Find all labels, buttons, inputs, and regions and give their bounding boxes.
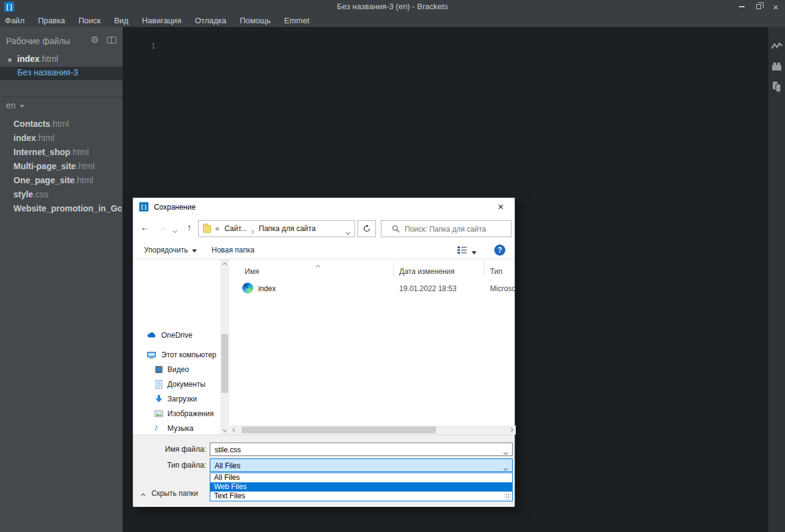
file-name-input[interactable]: stile.css <box>210 443 513 456</box>
project-file[interactable]: Contacts.html <box>13 119 121 133</box>
breadcrumb-root[interactable]: Сайт... <box>224 224 247 233</box>
restore-button[interactable] <box>749 0 768 13</box>
up-icon[interactable]: ↑ <box>187 222 192 232</box>
split-view-icon[interactable] <box>107 37 117 44</box>
scrollbar-thumb[interactable] <box>242 427 436 433</box>
tree-item-pictures[interactable]: Изображения <box>133 406 220 421</box>
option-all-files[interactable]: All Files <box>210 473 512 482</box>
minimize-icon <box>739 6 745 7</box>
onedrive-icon <box>147 330 156 340</box>
menubar: Файл Правка Поиск Вид Навигация Отладка … <box>0 13 785 27</box>
address-dropdown-icon[interactable] <box>347 227 350 236</box>
tree-item-music[interactable]: ♪ Музыка <box>133 421 220 436</box>
organize-button[interactable]: Упорядочить <box>144 246 197 254</box>
line-number: 1 <box>151 41 156 50</box>
tree-item-downloads[interactable]: Загрузки <box>133 392 220 406</box>
project-dropdown[interactable]: en <box>6 101 25 110</box>
brackets-logo-icon: [] <box>139 202 148 211</box>
documents-icon <box>154 379 164 389</box>
project-file[interactable]: Website_promotion_in_Google.html <box>13 203 121 218</box>
unsaved-dot-icon <box>8 58 12 62</box>
scroll-left-icon[interactable] <box>230 425 239 435</box>
menu-view[interactable]: Вид <box>107 16 136 25</box>
working-file-untitled[interactable]: Без названия-3 <box>0 67 123 80</box>
project-file[interactable]: index.html <box>13 133 121 147</box>
option-text-files[interactable]: Text Files <box>210 492 512 501</box>
menu-navigate[interactable]: Навигация <box>135 16 188 25</box>
scroll-right-icon[interactable] <box>507 425 516 435</box>
column-header-name[interactable]: Имя <box>245 267 259 276</box>
tree-item-documents[interactable]: Документы <box>133 377 220 392</box>
brackets-titlebar: [] Без названия-3 (en) - Brackets × <box>0 0 785 13</box>
view-mode-button[interactable] <box>457 246 467 256</box>
file-type-dropdown: All Files Web Files Text Files <box>210 473 513 501</box>
view-mode-chevron-icon[interactable] <box>472 248 477 256</box>
music-icon: ♪ <box>154 422 164 432</box>
project-file[interactable]: One_page_site.html <box>13 175 121 189</box>
new-folder-button[interactable]: Новая папка <box>212 246 255 254</box>
videos-icon <box>154 365 164 374</box>
working-files-header: Рабочие файлы <box>6 36 70 46</box>
menu-find[interactable]: Поиск <box>72 16 107 25</box>
refresh-icon <box>362 224 371 233</box>
gear-icon[interactable]: ⚙ <box>91 34 99 45</box>
sidebar-divider <box>0 96 123 97</box>
extension-manager-icon[interactable] <box>771 61 783 71</box>
live-preview-icon[interactable] <box>771 42 783 51</box>
file-name-cell[interactable]: index <box>258 284 276 293</box>
project-file[interactable]: style.css <box>13 189 121 203</box>
hide-folders-button[interactable]: Скрыть папки <box>151 489 198 498</box>
working-file-index[interactable]: index.html <box>0 53 123 67</box>
history-chevron-icon[interactable] <box>174 224 177 234</box>
this-pc-icon <box>147 350 156 360</box>
menu-file[interactable]: Файл <box>5 16 31 25</box>
menu-edit[interactable]: Правка <box>31 16 72 25</box>
dialog-close-button[interactable]: × <box>487 198 515 216</box>
column-separator[interactable] <box>484 262 484 275</box>
chevron-down-icon[interactable] <box>504 447 507 456</box>
forward-icon: → <box>158 222 167 232</box>
close-button[interactable]: × <box>767 0 785 13</box>
help-icon[interactable] <box>494 245 505 256</box>
menu-help[interactable]: Помощь <box>233 16 277 25</box>
breadcrumb-overflow[interactable]: « <box>215 224 220 233</box>
resize-grip-icon[interactable] <box>505 493 511 500</box>
scrollbar-thumb[interactable] <box>221 334 228 393</box>
back-icon[interactable]: ← <box>140 222 150 232</box>
search-input[interactable]: Поиск: Папка для сайта <box>381 220 511 237</box>
refresh-button[interactable] <box>358 220 376 237</box>
tree-item-this-pc[interactable]: Этот компьютер <box>133 348 220 362</box>
search-icon <box>392 225 400 233</box>
file-type-cell[interactable]: Microso <box>490 284 516 293</box>
edge-file-icon <box>242 283 253 294</box>
horizontal-scrollbar[interactable] <box>230 425 516 435</box>
snippets-extension-icon[interactable] <box>771 81 783 93</box>
project-file[interactable]: Multi-page_site.html <box>13 161 121 175</box>
folder-icon <box>203 225 211 233</box>
minimize-button[interactable] <box>732 0 751 13</box>
dialog-body: OneDrive Этот компьютер Видео Документы … <box>133 259 515 435</box>
column-header-date[interactable]: Дата изменения <box>399 267 454 276</box>
search-placeholder: Поиск: Папка для сайта <box>405 225 486 234</box>
file-type-combo[interactable]: All Files <box>210 458 513 472</box>
window-title: Без названия-3 (en) - Brackets <box>0 2 785 11</box>
column-separator[interactable] <box>393 262 394 275</box>
menu-debug[interactable]: Отладка <box>188 16 233 25</box>
option-web-files[interactable]: Web Files <box>210 482 512 492</box>
file-date-cell[interactable]: 19.01.2022 18:53 <box>399 284 456 293</box>
tree-item-onedrive[interactable]: OneDrive <box>133 328 220 343</box>
breadcrumb-current[interactable]: Папка для сайта <box>259 224 316 233</box>
pictures-icon <box>154 409 164 419</box>
hide-folders-chevron-icon <box>142 490 145 499</box>
chevron-down-icon[interactable] <box>504 463 507 472</box>
project-file[interactable]: Internet_shop.html <box>13 147 121 161</box>
scroll-up-icon[interactable] <box>220 259 229 269</box>
menu-emmet[interactable]: Emmet <box>277 16 316 25</box>
chevron-down-icon <box>20 105 25 108</box>
column-header-type[interactable]: Тип <box>490 267 502 276</box>
address-bar[interactable]: « Сайт... Папка для сайта <box>198 220 355 237</box>
tree-item-videos[interactable]: Видео <box>133 362 220 377</box>
file-type-label: Тип файла: <box>136 461 206 469</box>
scroll-down-icon[interactable] <box>220 425 229 435</box>
tree-scrollbar[interactable] <box>220 259 229 435</box>
